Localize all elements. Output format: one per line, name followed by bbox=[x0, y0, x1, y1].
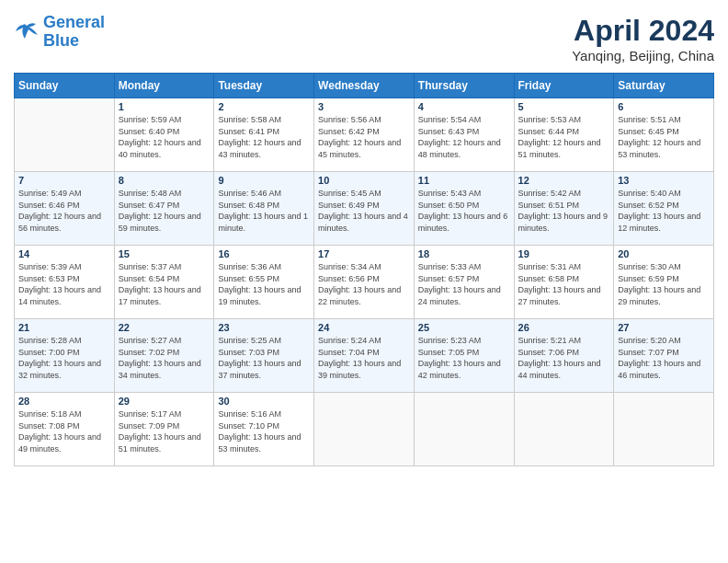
day-info: Sunrise: 5:21 AMSunset: 7:06 PMDaylight:… bbox=[518, 335, 610, 381]
day-info: Sunrise: 5:27 AMSunset: 7:02 PMDaylight:… bbox=[119, 335, 210, 381]
calendar-week-3: 14Sunrise: 5:39 AMSunset: 6:53 PMDayligh… bbox=[15, 246, 714, 319]
day-info: Sunrise: 5:53 AMSunset: 6:44 PMDaylight:… bbox=[518, 114, 610, 160]
day-info: Sunrise: 5:46 AMSunset: 6:48 PMDaylight:… bbox=[218, 188, 310, 234]
day-info: Sunrise: 5:49 AMSunset: 6:46 PMDaylight:… bbox=[18, 188, 110, 234]
calendar-cell: 9Sunrise: 5:46 AMSunset: 6:48 PMDaylight… bbox=[214, 172, 314, 246]
day-number: 23 bbox=[218, 322, 310, 333]
day-number: 12 bbox=[518, 175, 610, 186]
calendar-cell: 30Sunrise: 5:16 AMSunset: 7:10 PMDayligh… bbox=[214, 393, 314, 466]
calendar-cell: 2Sunrise: 5:58 AMSunset: 6:41 PMDaylight… bbox=[214, 98, 314, 172]
calendar-cell: 27Sunrise: 5:20 AMSunset: 7:07 PMDayligh… bbox=[614, 319, 714, 393]
weekday-header-saturday: Saturday bbox=[614, 74, 714, 98]
day-info: Sunrise: 5:18 AMSunset: 7:08 PMDaylight:… bbox=[18, 408, 110, 454]
calendar-week-5: 28Sunrise: 5:18 AMSunset: 7:08 PMDayligh… bbox=[15, 393, 714, 466]
day-number: 19 bbox=[518, 248, 610, 259]
calendar-cell: 16Sunrise: 5:36 AMSunset: 6:55 PMDayligh… bbox=[214, 246, 314, 319]
day-info: Sunrise: 5:36 AMSunset: 6:55 PMDaylight:… bbox=[218, 261, 310, 307]
weekday-header-row: SundayMondayTuesdayWednesdayThursdayFrid… bbox=[15, 74, 714, 98]
day-info: Sunrise: 5:30 AMSunset: 6:59 PMDaylight:… bbox=[618, 261, 710, 307]
day-info: Sunrise: 5:39 AMSunset: 6:53 PMDaylight:… bbox=[18, 261, 110, 307]
day-number: 3 bbox=[318, 101, 410, 112]
day-info: Sunrise: 5:17 AMSunset: 7:09 PMDaylight:… bbox=[119, 408, 210, 454]
calendar-table: SundayMondayTuesdayWednesdayThursdayFrid… bbox=[14, 73, 714, 466]
day-number: 14 bbox=[18, 248, 110, 259]
weekday-header-sunday: Sunday bbox=[15, 74, 115, 98]
day-info: Sunrise: 5:24 AMSunset: 7:04 PMDaylight:… bbox=[318, 335, 410, 381]
day-info: Sunrise: 5:16 AMSunset: 7:10 PMDaylight:… bbox=[218, 408, 310, 454]
day-info: Sunrise: 5:43 AMSunset: 6:50 PMDaylight:… bbox=[418, 188, 510, 234]
day-number: 4 bbox=[418, 101, 510, 112]
page-header: General Blue April 2024 Yanqing, Beijing… bbox=[14, 14, 714, 63]
day-info: Sunrise: 5:51 AMSunset: 6:45 PMDaylight:… bbox=[618, 114, 710, 160]
day-number: 30 bbox=[218, 396, 310, 407]
calendar-cell: 26Sunrise: 5:21 AMSunset: 7:06 PMDayligh… bbox=[514, 319, 614, 393]
calendar-cell: 25Sunrise: 5:23 AMSunset: 7:05 PMDayligh… bbox=[414, 319, 514, 393]
day-number: 10 bbox=[318, 175, 410, 186]
calendar-cell: 14Sunrise: 5:39 AMSunset: 6:53 PMDayligh… bbox=[15, 246, 115, 319]
day-number: 7 bbox=[18, 175, 110, 186]
day-info: Sunrise: 5:54 AMSunset: 6:43 PMDaylight:… bbox=[418, 114, 510, 160]
day-number: 2 bbox=[218, 101, 310, 112]
logo: General Blue bbox=[14, 14, 105, 51]
day-info: Sunrise: 5:58 AMSunset: 6:41 PMDaylight:… bbox=[218, 114, 310, 160]
day-info: Sunrise: 5:28 AMSunset: 7:00 PMDaylight:… bbox=[18, 335, 110, 381]
weekday-header-thursday: Thursday bbox=[414, 74, 514, 98]
day-number: 17 bbox=[318, 248, 410, 259]
weekday-header-friday: Friday bbox=[514, 74, 614, 98]
day-info: Sunrise: 5:40 AMSunset: 6:52 PMDaylight:… bbox=[618, 188, 710, 234]
calendar-cell bbox=[15, 98, 115, 172]
day-number: 9 bbox=[218, 175, 310, 186]
day-number: 15 bbox=[119, 248, 210, 259]
day-number: 16 bbox=[218, 248, 310, 259]
day-info: Sunrise: 5:20 AMSunset: 7:07 PMDaylight:… bbox=[618, 335, 710, 381]
day-number: 13 bbox=[618, 175, 710, 186]
calendar-cell: 20Sunrise: 5:30 AMSunset: 6:59 PMDayligh… bbox=[614, 246, 714, 319]
calendar-cell: 23Sunrise: 5:25 AMSunset: 7:03 PMDayligh… bbox=[214, 319, 314, 393]
day-number: 29 bbox=[119, 396, 210, 407]
calendar-week-2: 7Sunrise: 5:49 AMSunset: 6:46 PMDaylight… bbox=[15, 172, 714, 246]
day-info: Sunrise: 5:37 AMSunset: 6:54 PMDaylight:… bbox=[119, 261, 210, 307]
weekday-header-monday: Monday bbox=[114, 74, 214, 98]
calendar-week-4: 21Sunrise: 5:28 AMSunset: 7:00 PMDayligh… bbox=[15, 319, 714, 393]
day-number: 28 bbox=[18, 396, 110, 407]
calendar-cell: 3Sunrise: 5:56 AMSunset: 6:42 PMDaylight… bbox=[314, 98, 415, 172]
calendar-cell: 17Sunrise: 5:34 AMSunset: 6:56 PMDayligh… bbox=[314, 246, 415, 319]
calendar-cell: 13Sunrise: 5:40 AMSunset: 6:52 PMDayligh… bbox=[614, 172, 714, 246]
calendar-cell bbox=[614, 393, 714, 466]
day-number: 1 bbox=[119, 101, 210, 112]
day-info: Sunrise: 5:33 AMSunset: 6:57 PMDaylight:… bbox=[418, 261, 510, 307]
day-number: 8 bbox=[119, 175, 210, 186]
calendar-cell: 24Sunrise: 5:24 AMSunset: 7:04 PMDayligh… bbox=[314, 319, 415, 393]
calendar-cell: 10Sunrise: 5:45 AMSunset: 6:49 PMDayligh… bbox=[314, 172, 415, 246]
calendar-cell: 18Sunrise: 5:33 AMSunset: 6:57 PMDayligh… bbox=[414, 246, 514, 319]
calendar-cell: 8Sunrise: 5:48 AMSunset: 6:47 PMDaylight… bbox=[114, 172, 214, 246]
day-info: Sunrise: 5:42 AMSunset: 6:51 PMDaylight:… bbox=[518, 188, 610, 234]
calendar-week-1: 1Sunrise: 5:59 AMSunset: 6:40 PMDaylight… bbox=[15, 98, 714, 172]
logo-icon bbox=[14, 22, 40, 42]
calendar-cell: 22Sunrise: 5:27 AMSunset: 7:02 PMDayligh… bbox=[114, 319, 214, 393]
day-number: 22 bbox=[119, 322, 210, 333]
day-number: 25 bbox=[418, 322, 510, 333]
day-info: Sunrise: 5:23 AMSunset: 7:05 PMDaylight:… bbox=[418, 335, 510, 381]
day-number: 20 bbox=[618, 248, 710, 259]
day-number: 5 bbox=[518, 101, 610, 112]
calendar-cell: 28Sunrise: 5:18 AMSunset: 7:08 PMDayligh… bbox=[15, 393, 115, 466]
day-info: Sunrise: 5:48 AMSunset: 6:47 PMDaylight:… bbox=[119, 188, 210, 234]
day-number: 26 bbox=[518, 322, 610, 333]
calendar-cell bbox=[314, 393, 415, 466]
location: Yanqing, Beijing, China bbox=[572, 48, 714, 63]
weekday-header-tuesday: Tuesday bbox=[214, 74, 314, 98]
day-number: 21 bbox=[18, 322, 110, 333]
calendar-cell bbox=[514, 393, 614, 466]
logo-general: General bbox=[43, 13, 105, 31]
day-number: 6 bbox=[618, 101, 710, 112]
calendar-cell: 29Sunrise: 5:17 AMSunset: 7:09 PMDayligh… bbox=[114, 393, 214, 466]
calendar-cell: 12Sunrise: 5:42 AMSunset: 6:51 PMDayligh… bbox=[514, 172, 614, 246]
calendar-cell: 6Sunrise: 5:51 AMSunset: 6:45 PMDaylight… bbox=[614, 98, 714, 172]
day-info: Sunrise: 5:59 AMSunset: 6:40 PMDaylight:… bbox=[119, 114, 210, 160]
calendar-cell bbox=[414, 393, 514, 466]
month-title: April 2024 bbox=[572, 14, 714, 48]
calendar-cell: 21Sunrise: 5:28 AMSunset: 7:00 PMDayligh… bbox=[15, 319, 115, 393]
calendar-cell: 4Sunrise: 5:54 AMSunset: 6:43 PMDaylight… bbox=[414, 98, 514, 172]
calendar-cell: 15Sunrise: 5:37 AMSunset: 6:54 PMDayligh… bbox=[114, 246, 214, 319]
